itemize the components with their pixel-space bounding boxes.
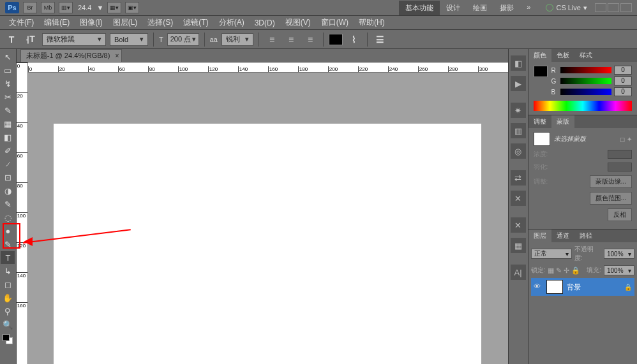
workspace-paint[interactable]: 绘画: [467, 1, 493, 15]
spectrum-ramp[interactable]: [534, 101, 632, 111]
font-size-input[interactable]: 200 点: [167, 33, 199, 46]
align-center-button[interactable]: ≡: [283, 32, 299, 47]
b-value[interactable]: 0: [614, 87, 632, 96]
workspace-design[interactable]: 设计: [440, 1, 467, 15]
density-input[interactable]: [608, 150, 632, 159]
nav-panel-icon[interactable]: ◎: [511, 143, 526, 159]
tool-hand[interactable]: ✋: [1, 291, 15, 304]
tool-zoom[interactable]: 🔍: [1, 318, 15, 331]
menu-select[interactable]: 选择(S): [142, 17, 178, 28]
close-icon[interactable]: ×: [116, 52, 119, 59]
minimize-button[interactable]: [595, 3, 606, 12]
tool-crop[interactable]: ✎: [1, 104, 15, 117]
workspace-basic[interactable]: 基本功能: [399, 1, 440, 15]
g-slider[interactable]: [560, 78, 611, 84]
tab-adjustments[interactable]: 调整: [528, 115, 551, 128]
restore-button[interactable]: [608, 3, 619, 12]
align-left-button[interactable]: ≡: [264, 32, 280, 47]
fg-bg-swatches[interactable]: [3, 334, 13, 344]
text-orientation-button[interactable]: ⸡T: [23, 32, 38, 47]
canvas[interactable]: [54, 124, 481, 364]
actions-panel-icon[interactable]: ▶: [511, 76, 526, 91]
char-panel-button[interactable]: ☰: [373, 32, 388, 47]
tool-stamp[interactable]: ⟋: [1, 157, 15, 170]
tab-paths[interactable]: 路径: [574, 229, 597, 242]
tool-history-brush[interactable]: ⊡: [1, 171, 15, 184]
menu-layer[interactable]: 图层(L): [108, 17, 143, 28]
tab-layers[interactable]: 图层: [528, 229, 551, 242]
menu-view[interactable]: 视图(V): [280, 17, 316, 28]
tool-eyedropper[interactable]: ▦: [1, 117, 15, 130]
align-right-button[interactable]: ≡: [303, 32, 318, 47]
lock-icons[interactable]: ▦ ✎ ✢ 🔒: [548, 266, 580, 275]
color-fg-swatch[interactable]: [534, 66, 548, 77]
tab-masks[interactable]: 蒙版: [551, 115, 574, 128]
invert-button[interactable]: 反相: [608, 208, 632, 221]
tool-path[interactable]: ↳: [1, 265, 15, 277]
tool-blur[interactable]: ◌: [1, 211, 15, 224]
tool-magic-wand[interactable]: ✂: [1, 91, 15, 103]
menu-image[interactable]: 图像(I): [75, 17, 107, 28]
opacity-input[interactable]: 100%: [604, 249, 634, 259]
layers-panel-icon[interactable]: ▦: [511, 238, 526, 253]
tool-preset-icon[interactable]: T: [4, 32, 19, 47]
clone-panel-icon[interactable]: ▥: [511, 123, 526, 138]
tool-gradient[interactable]: ✎: [1, 198, 15, 210]
warp-text-button[interactable]: ⌇: [347, 32, 362, 47]
font-style-select[interactable]: Bold: [110, 33, 148, 46]
tools-panel-icon[interactable]: ✕: [511, 217, 526, 233]
brush-panel-icon[interactable]: ✷: [511, 103, 526, 118]
tool-lasso[interactable]: ↯: [1, 77, 15, 90]
tab-color[interactable]: 颜色: [528, 49, 551, 62]
docs-button[interactable]: ▥▾: [59, 2, 73, 13]
view-extras-button[interactable]: ▦▾: [107, 2, 121, 13]
menu-edit[interactable]: 编辑(E): [39, 17, 75, 28]
b-slider[interactable]: [560, 89, 611, 95]
workspace-photo[interactable]: 摄影: [493, 1, 520, 15]
tool-heal[interactable]: ◧: [1, 131, 15, 143]
tool-shape[interactable]: ◻: [1, 278, 15, 291]
visibility-icon[interactable]: 👁: [534, 282, 543, 291]
menu-analysis[interactable]: 分析(A): [214, 17, 250, 28]
history-panel-icon[interactable]: ◧: [511, 55, 526, 71]
minibridge-button[interactable]: Mb: [41, 2, 55, 13]
tab-styles[interactable]: 样式: [574, 49, 597, 62]
antialias-select[interactable]: 锐利: [221, 33, 253, 46]
document-tab[interactable]: 未标题-1 @ 24.4%(RGB/8) ×: [20, 49, 123, 62]
menu-3d[interactable]: 3D(D): [250, 18, 280, 27]
mask-edge-button[interactable]: 蒙版边缘...: [590, 175, 632, 188]
feather-input[interactable]: [608, 163, 632, 171]
tool-rotate[interactable]: ⚲: [1, 305, 15, 317]
menu-filter[interactable]: 滤镜(T): [178, 17, 213, 28]
font-family-select[interactable]: 微软雅黑: [42, 33, 106, 46]
tool-move[interactable]: ↖: [1, 50, 15, 63]
char-panel-icon[interactable]: A|: [511, 265, 526, 280]
workspace-more[interactable]: »: [520, 1, 537, 15]
swap-panel-icon[interactable]: ⇄: [511, 170, 526, 186]
menu-file[interactable]: 文件(F): [4, 17, 39, 28]
g-value[interactable]: 0: [614, 76, 632, 85]
layer-row[interactable]: 👁 背景 🔒: [531, 278, 634, 296]
tab-swatches[interactable]: 色板: [551, 49, 574, 62]
fill-input[interactable]: 100%: [604, 265, 634, 275]
menu-window[interactable]: 窗口(W): [316, 17, 354, 28]
bridge-button[interactable]: Br: [23, 2, 37, 13]
cslive-button[interactable]: CS Live ▾: [546, 4, 587, 12]
r-value[interactable]: 0: [614, 66, 632, 75]
r-slider[interactable]: [560, 67, 611, 73]
blend-mode-select[interactable]: 正常: [531, 249, 572, 259]
para-panel-icon[interactable]: ✕: [511, 191, 526, 206]
tool-marquee[interactable]: ▭: [1, 64, 15, 76]
close-button[interactable]: [620, 3, 632, 12]
tool-eraser[interactable]: ◑: [1, 184, 15, 197]
zoom-value[interactable]: 24.4: [78, 4, 91, 11]
canvas-viewport[interactable]: [28, 73, 508, 364]
zoom-chevron-icon[interactable]: ▼: [96, 4, 103, 11]
mask-icons[interactable]: ◻ ✦: [620, 136, 632, 143]
tool-brush[interactable]: ✐: [1, 144, 15, 157]
text-color-swatch[interactable]: [329, 34, 343, 45]
color-range-button[interactable]: 颜色范围...: [590, 192, 632, 205]
screen-mode-button[interactable]: ▣▾: [125, 2, 139, 13]
tab-channels[interactable]: 通道: [551, 229, 574, 242]
menu-help[interactable]: 帮助(H): [354, 17, 390, 28]
